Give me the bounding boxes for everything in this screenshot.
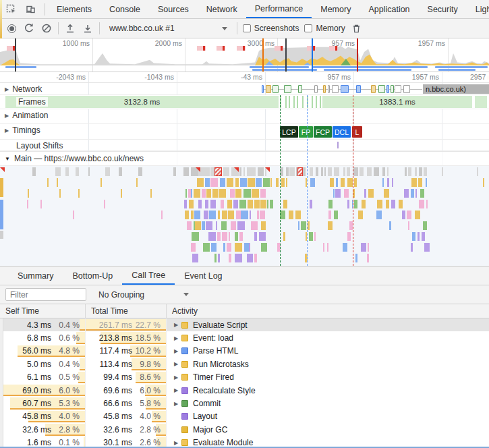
screenshots-checkbox[interactable]: Screenshots [243,24,299,33]
details-toolbar: No Grouping [0,285,489,304]
expand-arrow-icon[interactable]: ▶ [171,361,181,367]
trash-icon[interactable] [351,22,363,34]
tab-elements[interactable]: Elements [48,0,100,18]
expand-arrow-icon[interactable]: ▶ [5,86,9,92]
table-row[interactable]: 69.0 ms6.0 %69.6 ms6.0 %▶Recalculate Sty… [0,384,489,397]
network-request-bar[interactable] [371,85,376,93]
time-value: 45.8 ms [0,412,51,421]
long-task-marker [275,46,283,51]
network-request-bar[interactable] [328,85,330,93]
frame-segment[interactable] [475,96,487,108]
timing-badge-l[interactable]: L [352,126,362,138]
network-request-bar[interactable] [403,85,410,93]
network-request-label[interactable]: n.bbc.co.uk) [423,84,489,94]
tab-call-tree[interactable]: Call Tree [122,267,175,285]
tab-event-log[interactable]: Event Log [175,267,231,285]
frame-segment [316,96,317,108]
tab-summary[interactable]: Summary [8,267,63,285]
record-button[interactable] [5,22,18,34]
time-value: 5.0 ms [0,360,51,369]
divider [99,22,100,34]
memory-checkbox[interactable]: Memory [304,24,345,33]
expand-arrow-icon[interactable]: ▶ [171,387,181,393]
chevron-down-icon [183,293,189,296]
network-request-bar[interactable] [272,85,279,93]
tab-application[interactable]: Application [359,0,418,18]
tab-console[interactable]: Console [100,0,149,18]
expand-arrow-icon[interactable]: ▶ [171,401,181,407]
history-select[interactable]: www.bbc.co.uk #1 [105,24,231,33]
timing-badge-fp[interactable]: FP [299,126,313,138]
network-request-bar[interactable] [395,85,401,93]
tab-sources[interactable]: Sources [149,0,198,18]
activity-type-icon [181,400,188,407]
network-request-bar[interactable] [298,85,302,93]
self-time-column-header[interactable]: Self Time [0,304,86,318]
expand-arrow-icon[interactable]: ▶ [5,113,9,119]
table-row[interactable]: 32.6 ms2.8 %32.6 ms2.8 %Major GC [0,423,489,436]
table-row[interactable]: 6.8 ms0.6 %213.8 ms18.5 %▶Event: load [0,331,489,344]
clear-icon[interactable] [40,22,53,34]
load-profile-icon[interactable] [64,22,76,34]
main-flame-chart[interactable] [0,166,489,266]
network-request-bar[interactable] [332,85,339,93]
table-row[interactable]: 60.7 ms5.3 %66.6 ms5.8 %▶Commit [0,397,489,410]
network-request-bar[interactable] [341,85,349,93]
table-row[interactable]: 6.1 ms0.5 %99.4 ms8.6 %▶Timer Fired [0,371,489,384]
grouping-select[interactable]: No Grouping [98,290,189,300]
network-request-bar[interactable] [378,85,385,93]
frames-track[interactable]: Frames 3132.8 ms1383.1 ms [0,95,489,109]
filter-input[interactable] [5,288,86,301]
activity-type-icon [181,361,188,368]
tab-bottom-up[interactable]: Bottom-Up [63,267,122,285]
table-row[interactable]: 5.0 ms0.4 %113.4 ms9.8 %▶Run Microtasks [0,358,489,370]
timings-track[interactable]: ▶Timings LCPFPFCPDCLL [0,124,489,140]
frame-segment[interactable]: 1383.1 ms [322,96,472,108]
network-request-bar[interactable] [323,85,326,93]
tab-memory[interactable]: Memory [312,0,359,18]
timing-badge-dcl[interactable]: DCL [333,126,351,138]
time-value: 113.4 ms [86,360,132,369]
layout-shifts-track[interactable]: Layout Shifts [0,140,489,151]
network-request-bar[interactable] [262,85,264,93]
table-row[interactable]: 4.3 ms0.4 %261.7 ms22.7 %▶Evaluate Scrip… [0,318,489,331]
tab-network[interactable]: Network [198,0,246,18]
network-request-bar[interactable] [356,85,361,93]
collapse-arrow-icon[interactable]: ▼ [5,156,10,162]
timeline-overview[interactable]: 1000 ms2000 ms3000 ms957 ms1957 ms [0,38,489,72]
tab-performance[interactable]: Performance [246,0,312,18]
expand-arrow-icon[interactable]: ▶ [5,128,9,134]
table-row[interactable]: 45.8 ms4.0 %45.8 ms4.0 %Layout [0,410,489,423]
table-row[interactable]: 56.0 ms4.8 %117.4 ms10.2 %▶Parse HTML [0,345,489,358]
inspect-element-icon[interactable] [5,3,18,16]
expand-arrow-icon[interactable]: ▶ [171,335,181,341]
device-toolbar-icon[interactable] [24,3,36,16]
activity-column-header[interactable]: Activity [167,304,489,318]
expand-arrow-icon[interactable]: ▶ [171,322,181,328]
event-marker-line [312,38,313,72]
reload-and-record-button[interactable] [23,22,35,34]
expand-arrow-icon[interactable]: ▶ [171,348,181,354]
table-row[interactable]: 1.6 ms0.1 %30.1 ms2.6 %▶Evaluate Module [0,437,489,448]
expand-arrow-icon[interactable]: ▶ [171,440,181,446]
main-track-header[interactable]: ▼ Main — https://www.bbc.co.uk/news [0,151,489,166]
network-request-bar[interactable] [386,85,389,93]
long-task-marker [197,46,206,51]
expand-arrow-icon[interactable]: ▶ [171,374,181,381]
save-profile-icon[interactable] [82,22,94,34]
total-time-column-header[interactable]: Total Time [86,304,167,318]
network-request-bar[interactable] [284,85,291,93]
timing-badge-lcp[interactable]: LCP [280,126,298,138]
layout-shift-marker[interactable] [337,142,339,148]
tab-security[interactable]: Security [419,0,467,18]
animation-track[interactable]: ▶Animation [0,109,489,124]
network-track[interactable]: ▶Network n.bbc.co.uk) [0,83,489,95]
tab-lighthouse[interactable]: Lighthouse [467,0,489,18]
time-value: 56.0 ms [0,346,51,356]
network-request-bar[interactable] [266,85,271,93]
network-request-bar[interactable] [314,85,318,93]
time-value: 4.3 ms [0,320,51,330]
timing-badge-fcp[interactable]: FCP [314,126,332,138]
time-percent: 8.6 % [132,372,166,382]
network-request-bar[interactable] [391,85,394,93]
